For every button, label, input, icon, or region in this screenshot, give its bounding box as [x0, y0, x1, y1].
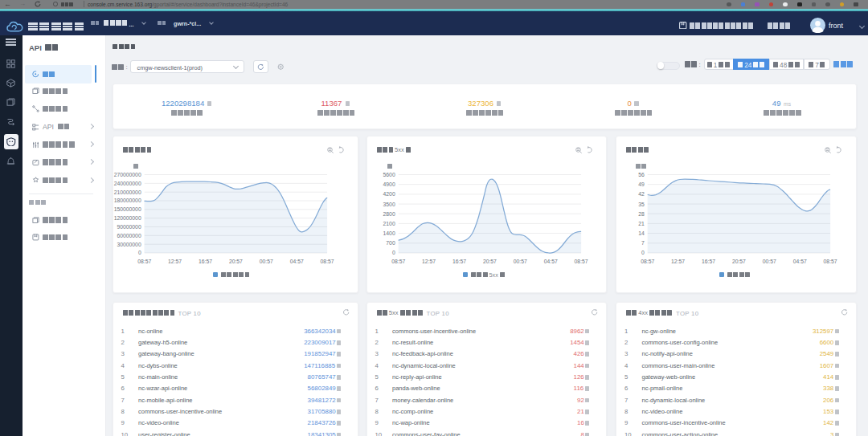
svg-text:35: 35: [638, 202, 645, 207]
svg-text:180000000: 180000000: [113, 198, 141, 203]
svg-text:2800: 2800: [383, 211, 395, 217]
svg-text:04:57: 04:57: [793, 259, 807, 264]
svg-text:2100: 2100: [383, 221, 395, 226]
svg-text:4900: 4900: [383, 181, 395, 187]
svg-text:700: 700: [386, 240, 395, 246]
svg-text:60000000: 60000000: [117, 233, 141, 238]
svg-text:00:57: 00:57: [259, 259, 272, 264]
svg-text:150000000: 150000000: [113, 206, 141, 212]
svg-text:08:57: 08:57: [824, 259, 837, 264]
svg-text:08:57: 08:57: [137, 259, 151, 264]
svg-text:20:57: 20:57: [482, 259, 496, 264]
svg-text:4200: 4200: [383, 191, 395, 197]
svg-text:28: 28: [638, 211, 645, 217]
svg-text:04:57: 04:57: [289, 259, 303, 264]
svg-text:00:57: 00:57: [763, 259, 776, 264]
svg-text:08:57: 08:57: [320, 259, 334, 264]
svg-text:21: 21: [638, 221, 645, 226]
svg-text:90000000: 90000000: [117, 224, 141, 230]
svg-text:42: 42: [638, 191, 645, 197]
svg-text:270000000: 270000000: [113, 172, 141, 177]
svg-text:0: 0: [641, 250, 645, 255]
svg-text:1400: 1400: [383, 230, 395, 236]
svg-text:30000000: 30000000: [117, 242, 141, 247]
svg-text:12:57: 12:57: [671, 259, 685, 264]
svg-text:08:57: 08:57: [641, 259, 654, 264]
svg-text:16:57: 16:57: [198, 259, 211, 264]
svg-text:210000000: 210000000: [113, 189, 141, 195]
svg-text:04:57: 04:57: [543, 259, 557, 264]
svg-text:08:57: 08:57: [391, 259, 405, 264]
svg-text:20:57: 20:57: [732, 259, 746, 264]
svg-text:120000000: 120000000: [113, 215, 141, 221]
svg-text:7: 7: [641, 240, 645, 246]
svg-text:20:57: 20:57: [228, 259, 242, 264]
svg-text:12:57: 12:57: [168, 259, 182, 264]
svg-text:08:57: 08:57: [574, 259, 588, 264]
svg-text:0: 0: [391, 250, 395, 255]
svg-text:00:57: 00:57: [513, 259, 526, 264]
svg-text:3500: 3500: [383, 202, 395, 207]
svg-text:5600: 5600: [383, 172, 395, 177]
svg-text:14: 14: [638, 230, 645, 236]
svg-text:12:57: 12:57: [422, 259, 436, 264]
svg-text:0: 0: [137, 250, 141, 255]
svg-text:240000000: 240000000: [113, 181, 141, 186]
svg-text:16:57: 16:57: [702, 259, 715, 264]
svg-text:16:57: 16:57: [452, 259, 465, 264]
svg-text:49: 49: [638, 181, 645, 187]
svg-text:56: 56: [638, 172, 645, 177]
